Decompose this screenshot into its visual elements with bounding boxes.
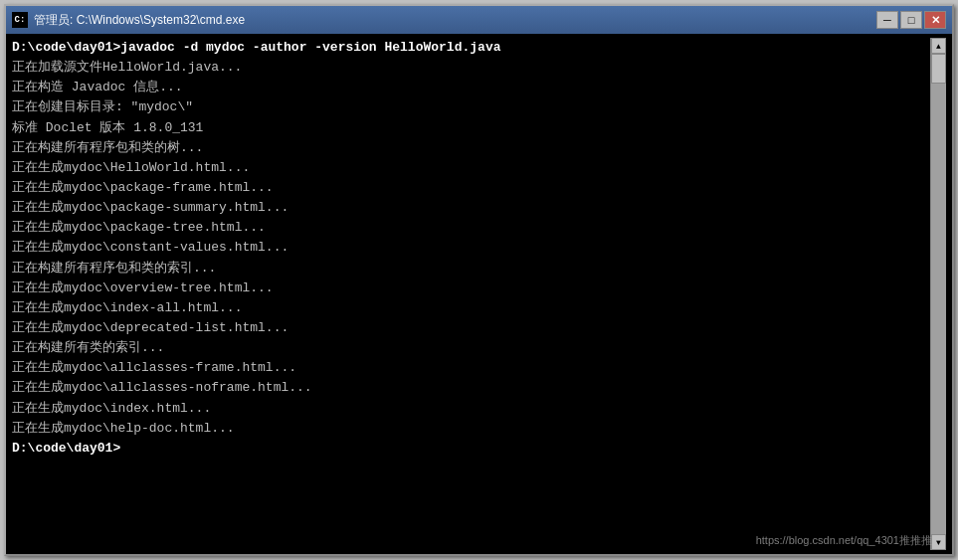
- terminal-line: 正在生成mydoc\index.html...: [12, 399, 930, 419]
- close-button[interactable]: ✕: [924, 11, 946, 29]
- terminal-line: 正在构建所有类的索引...: [12, 338, 930, 358]
- maximize-button[interactable]: □: [900, 11, 922, 29]
- terminal-line: 正在创建目标目录: "mydoc\": [12, 97, 930, 117]
- title-buttons: ─ □ ✕: [876, 11, 946, 29]
- terminal-line: 正在生成mydoc\allclasses-noframe.html...: [12, 378, 930, 398]
- terminal-line: 正在生成mydoc\deprecated-list.html...: [12, 318, 930, 338]
- terminal-body: D:\code\day01>javadoc -d mydoc -author -…: [6, 34, 952, 554]
- terminal-line: D:\code\day01>: [12, 439, 930, 459]
- scrollbar[interactable]: ▲ ▼: [930, 38, 946, 550]
- terminal-line: 正在构建所有程序包和类的索引...: [12, 259, 930, 279]
- terminal-line: 正在生成mydoc\allclasses-frame.html...: [12, 358, 930, 378]
- terminal-line: 正在生成mydoc\help-doc.html...: [12, 419, 930, 439]
- terminal-line: 正在生成mydoc\package-tree.html...: [12, 218, 930, 238]
- terminal-line: 正在生成mydoc\constant-values.html...: [12, 238, 930, 258]
- terminal-line: 正在构造 Javadoc 信息...: [12, 78, 930, 97]
- terminal-content: D:\code\day01>javadoc -d mydoc -author -…: [12, 38, 930, 550]
- terminal-line: 正在生成mydoc\package-frame.html...: [12, 178, 930, 198]
- terminal-line: 正在构建所有程序包和类的树...: [12, 138, 930, 158]
- terminal-line: 正在生成mydoc\HelloWorld.html...: [12, 158, 930, 178]
- scroll-down-button[interactable]: ▼: [931, 534, 946, 550]
- cmd-icon: C:: [12, 12, 28, 28]
- terminal-line: 正在生成mydoc\overview-tree.html...: [12, 279, 930, 298]
- terminal-line: D:\code\day01>javadoc -d mydoc -author -…: [12, 38, 930, 58]
- minimize-button[interactable]: ─: [876, 11, 898, 29]
- window-title: 管理员: C:\Windows\System32\cmd.exe: [34, 12, 245, 29]
- title-bar-left: C: 管理员: C:\Windows\System32\cmd.exe: [12, 12, 245, 29]
- terminal-line: 正在生成mydoc\package-summary.html...: [12, 198, 930, 218]
- terminal-line: 正在加载源文件HelloWorld.java...: [12, 58, 930, 78]
- terminal-line: 标准 Doclet 版本 1.8.0_131: [12, 118, 930, 138]
- terminal-line: 正在生成mydoc\index-all.html...: [12, 298, 930, 318]
- title-bar: C: 管理员: C:\Windows\System32\cmd.exe ─ □ …: [6, 6, 952, 34]
- scroll-up-button[interactable]: ▲: [931, 38, 946, 54]
- scrollbar-track: [931, 54, 946, 534]
- scrollbar-thumb[interactable]: [931, 54, 946, 84]
- cmd-window: C: 管理员: C:\Windows\System32\cmd.exe ─ □ …: [4, 4, 954, 556]
- watermark: https://blog.csdn.net/qq_4301推推推: [756, 533, 932, 548]
